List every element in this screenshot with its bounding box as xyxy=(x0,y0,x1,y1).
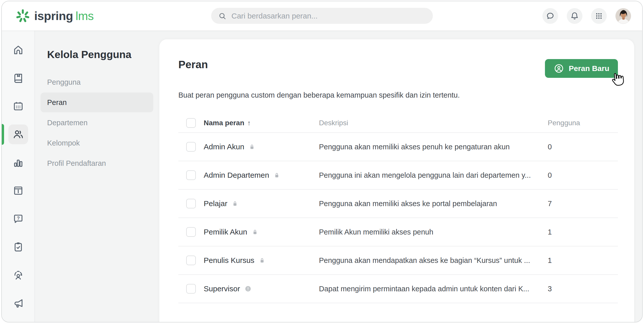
apps-button[interactable] xyxy=(591,8,607,24)
top-bar: ispring lms xyxy=(2,1,642,30)
role-description: Pengguna akan memiliki akses penuh ke pe… xyxy=(319,143,548,151)
role-user-count: 0 xyxy=(548,143,618,151)
info-window-icon xyxy=(12,185,24,196)
tasks-clipboard-icon xyxy=(12,241,24,253)
row-checkbox[interactable] xyxy=(186,227,196,237)
row-checkbox[interactable] xyxy=(186,256,196,265)
new-role-button[interactable]: Peran Baru xyxy=(545,59,618,78)
lock-icon xyxy=(232,200,238,207)
panel-nav-item-label: Pengguna xyxy=(47,78,81,86)
lock-icon xyxy=(273,172,280,179)
user-avatar[interactable] xyxy=(615,8,631,24)
role-description: Pemilik Akun memiliki akses penuh xyxy=(319,228,548,236)
role-description: Dapat mengirim permintaan kepada admin u… xyxy=(319,285,548,293)
role-description: Pengguna akan memiliki akses ke portal p… xyxy=(319,200,548,208)
logo-wordmark: ispring lms xyxy=(34,10,94,22)
page-description: Buat peran pengguna custom dengan bebera… xyxy=(178,91,618,99)
rail-item-calendar[interactable] xyxy=(8,96,28,116)
info-icon[interactable] xyxy=(244,285,252,293)
users-icon xyxy=(12,129,24,140)
app-body: ? xyxy=(2,30,642,322)
sort-ascending-icon: ↑ xyxy=(247,119,251,127)
role-row[interactable]: Pemilik Akun Pemilik Akun memiliki akses xyxy=(178,218,618,246)
avatar-photo xyxy=(616,8,631,24)
role-row[interactable]: Admin Akun Pengguna akan memiliki akses xyxy=(178,133,618,161)
row-checkbox[interactable] xyxy=(186,199,196,208)
app-window: ispring lms xyxy=(1,1,643,322)
rail-item-announcements[interactable] xyxy=(8,293,28,313)
role-row[interactable]: Admin Departemen Pengguna ini akan menge xyxy=(178,161,618,190)
panel-nav-item[interactable]: Profil Pendaftaran xyxy=(41,153,153,173)
role-user-count: 0 xyxy=(548,171,618,179)
icon-rail: ? xyxy=(2,30,35,322)
rail-item-support[interactable]: ? xyxy=(8,209,28,229)
rail-item-courses[interactable] xyxy=(8,68,28,88)
bar-chart-icon xyxy=(12,157,24,168)
role-name: Supervisor xyxy=(204,284,240,293)
rail-item-tasks[interactable] xyxy=(8,237,28,257)
page-title: Peran xyxy=(178,59,208,70)
section-panel: Kelola Pengguna Pengguna Peran Departeme… xyxy=(35,30,159,322)
rail-item-info[interactable] xyxy=(8,181,28,201)
lock-icon xyxy=(252,228,258,236)
book-icon xyxy=(12,72,24,84)
panel-title: Kelola Pengguna xyxy=(47,49,159,61)
active-rail-accent xyxy=(2,124,4,145)
topbar-actions xyxy=(542,8,642,24)
logo-product: lms xyxy=(75,10,94,22)
chat-button[interactable] xyxy=(542,8,558,24)
chat-icon xyxy=(546,12,555,20)
row-checkbox[interactable] xyxy=(186,142,196,152)
ispring-burst-icon xyxy=(15,8,31,24)
search-bar[interactable] xyxy=(211,8,433,24)
logo-brand: ispring xyxy=(34,10,73,22)
apps-grid-icon xyxy=(595,12,603,20)
role-name: Admin Akun xyxy=(204,142,244,151)
new-role-button-wrap: Peran Baru xyxy=(545,59,618,78)
column-header-name-label: Nama peran xyxy=(204,119,244,127)
rail-item-coaching[interactable] xyxy=(8,265,28,285)
column-header-users: Pengguna xyxy=(548,119,618,127)
panel-nav-item-label: Peran xyxy=(47,98,67,107)
new-role-button-label: Peran Baru xyxy=(569,64,609,73)
panel-nav: Pengguna Peran Departemen Kelompok xyxy=(35,72,159,173)
column-header-name[interactable]: Nama peran ↑ xyxy=(204,119,319,127)
role-name: Pelajar xyxy=(204,199,227,208)
ispring-logo[interactable]: ispring lms xyxy=(2,8,94,24)
user-circle-icon xyxy=(554,63,564,74)
panel-nav-item[interactable]: Pengguna xyxy=(41,72,153,92)
search-icon xyxy=(218,12,226,20)
card-header: Peran Peran Baru xyxy=(178,59,618,78)
rail-item-home[interactable] xyxy=(8,40,28,60)
lock-icon xyxy=(259,257,266,264)
role-name: Pemilik Akun xyxy=(204,228,247,236)
row-checkbox[interactable] xyxy=(186,170,196,180)
svg-text:?: ? xyxy=(17,216,20,221)
role-user-count: 1 xyxy=(548,256,618,265)
rail-item-reports[interactable] xyxy=(8,153,28,172)
notifications-button[interactable] xyxy=(567,8,582,24)
role-user-count: 3 xyxy=(548,285,618,293)
search-input[interactable] xyxy=(231,11,426,21)
role-description: Pengguna ini akan mengelola pengguna lai… xyxy=(319,171,548,179)
calendar-icon xyxy=(12,100,24,112)
panel-nav-item[interactable]: Kelompok xyxy=(41,133,153,153)
role-row[interactable]: Pelajar Pengguna akan memiliki akses ke xyxy=(178,190,618,218)
roles-table: Nama peran ↑ Deskripsi Pengguna Admin Ak… xyxy=(178,114,618,303)
coaching-icon xyxy=(12,269,24,281)
role-row[interactable]: Penulis Kursus Pengguna akan mendapatkan xyxy=(178,246,618,275)
megaphone-icon xyxy=(12,297,24,309)
panel-nav-item[interactable]: Departemen xyxy=(41,113,153,133)
select-all-checkbox[interactable] xyxy=(186,118,196,128)
panel-nav-item-label: Kelompok xyxy=(47,139,80,147)
lock-icon xyxy=(249,143,255,151)
table-body: Admin Akun Pengguna akan memiliki akses xyxy=(178,133,618,303)
panel-nav-item-label: Departemen xyxy=(47,119,88,127)
rail-item-users[interactable] xyxy=(8,124,28,144)
panel-nav-item[interactable]: Peran xyxy=(41,93,153,112)
bell-icon xyxy=(570,12,579,20)
row-checkbox[interactable] xyxy=(186,284,196,294)
roles-card: Peran Peran Baru Buat peran xyxy=(159,39,634,322)
role-row[interactable]: Supervisor Dapat me xyxy=(178,275,618,303)
role-user-count: 7 xyxy=(548,200,618,208)
